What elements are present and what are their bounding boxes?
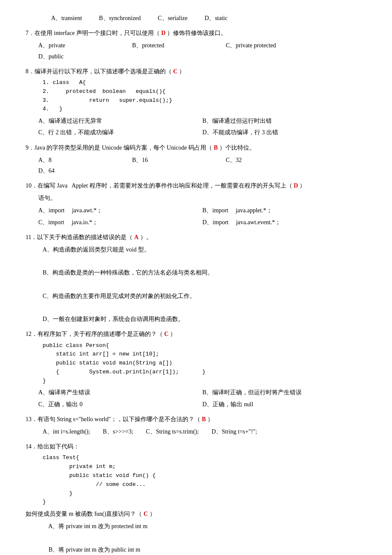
- q14-answer: C: [144, 511, 148, 517]
- q10-option-b: B、import java.applet.*；: [202, 205, 366, 216]
- question-8: 8．编译并运行以下程序，以下描述哪个选项是正确的（ C ） 1. class A…: [26, 66, 366, 138]
- option-a: A、transient: [51, 13, 82, 23]
- q12-option-d: D、正确，输出 null: [202, 399, 366, 410]
- q14-question2: 如何使成员变量 m 被函数 fun()直接访问？（ C ）: [26, 509, 366, 519]
- q8-code-line4: 4. }: [43, 105, 366, 114]
- q8-option-d: D、不能成功编译，行 3 出错: [202, 127, 366, 138]
- q13-title: 13．有语句 String s="hello world"；，以下操作哪个是不合…: [26, 414, 366, 425]
- q14-code-line2: private int m;: [43, 462, 366, 471]
- q8-answer: C: [173, 68, 178, 75]
- q14-code-line6: }: [43, 498, 366, 507]
- q7-option-c: C、private protected: [226, 40, 303, 51]
- q14-code-line3: public static void fun() {: [43, 471, 366, 480]
- q8-code-line3: 3. return super.equals();}: [43, 96, 366, 105]
- q11-option-d: [43, 302, 366, 313]
- q8-options: A、编译通过运行无异常 B、编译通过但运行时出错 C、行 2 出错，不能成功编译…: [38, 116, 366, 138]
- question-10: 10．在编写 Java Applet 程序时，若需要对发生的事件作出响应和处理，…: [26, 180, 366, 228]
- q10-answer: D: [294, 182, 298, 189]
- q12-code-line5: }: [43, 377, 366, 386]
- q14-text2: 如何使成员变量 m 被函数 fun()直接访问？（ C ）: [26, 511, 156, 517]
- option-c: C、serialize: [158, 13, 187, 23]
- q10-title: 10．在编写 Java Applet 程序时，若需要对发生的事件作出响应和处理，…: [26, 180, 366, 191]
- q8-title: 8．编译并运行以下程序，以下描述哪个选项是正确的（ C ）: [26, 66, 366, 77]
- q7-title: 7．在使用 interface 声明一个接口时，只可以使用（ D ）修饰符修饰该…: [26, 28, 366, 38]
- q11-title: 11．以下关于构造函数的描述错误的是（ A ）。: [26, 232, 366, 243]
- q12-option-c: C、正确，输出 0: [38, 399, 202, 410]
- q12-code: public class Person{ static int arr[] = …: [43, 341, 366, 386]
- q9-option-c: C、32: [226, 155, 303, 165]
- q9-option-d: D、64: [38, 165, 115, 176]
- q9-option-b: B、16: [132, 155, 209, 165]
- q7-text: 7．在使用 interface 声明一个接口时，只可以使用（ D ）修饰符修饰该…: [26, 30, 227, 36]
- q14-code-line5: }: [43, 489, 366, 498]
- q11-options: A、构造函数的返回类型只能是 void 型。 B、构造函数是类的一种特殊函数，它…: [43, 244, 366, 324]
- q13-option-b: B、s>>>=3;: [103, 426, 133, 437]
- q8-option-a: A、编译通过运行无异常: [38, 116, 202, 126]
- question-13: 13．有语句 String s="hello world"；，以下操作哪个是不合…: [26, 414, 366, 437]
- q7-option-b: B、protected: [132, 40, 209, 51]
- q10-option-c: C、import java.io.*；: [38, 217, 202, 228]
- q10-options: A、import java.awt.*； B、import java.apple…: [38, 205, 366, 227]
- q13-text: 13．有语句 String s="hello world"；，以下操作哪个是不合…: [26, 416, 213, 422]
- question-14: 14．给出如下代码： class Test{ private int m; pu…: [26, 441, 366, 555]
- q7-answer: D: [161, 30, 165, 36]
- question-9: 9．Java 的字符类型采用的是 Unicode 编码方案，每个 Unicode…: [26, 142, 366, 176]
- q11-option-d-text: D、一般在创建新对象时，系统会自动调用构造函数。: [43, 314, 366, 324]
- q11-text: 11．以下关于构造函数的描述错误的是（ A ）。: [26, 234, 152, 240]
- q12-code-line3: public static void main(String a[]): [43, 359, 366, 368]
- q9-options: A、8 B、16 C、32 D、64: [38, 155, 366, 176]
- question-12: 12．有程序如下，关于程序的描述哪个是正确的？（ C ） public clas…: [26, 329, 366, 410]
- prev-options: A、transient B、synchronized C、serialize D…: [26, 13, 366, 23]
- option-b: B、synchronized: [99, 13, 141, 23]
- q14-options: A、将 private int m 改为 protected int m B、将…: [43, 521, 366, 555]
- q14-title: 14．给出如下代码：: [26, 441, 366, 452]
- q7-option-d: D、public: [38, 51, 115, 62]
- q8-code-line1: 1. class A{: [43, 78, 366, 87]
- q11-option-c-text: C、构造函数的主要作用是完成对类的对象的初始化工作。: [43, 291, 366, 301]
- q12-options: A、编译将产生错误 B、编译时正确，但运行时将产生错误 C、正确，输出 0 D、…: [38, 387, 366, 409]
- option-d: D、static: [205, 13, 228, 23]
- q8-option-c: C、行 2 出错，不能成功编译: [38, 127, 202, 138]
- q9-title: 9．Java 的字符类型采用的是 Unicode 编码方案，每个 Unicode…: [26, 142, 366, 153]
- q14-option-a: A、将 private int m 改为 protected int m: [43, 521, 366, 532]
- q10-option-d: D、import java.awt.event.*；: [202, 217, 366, 228]
- q12-option-a: A、编译将产生错误: [38, 387, 202, 398]
- q12-code-line2: static int arr[] = new int[10];: [43, 350, 366, 359]
- q8-text: 8．编译并运行以下程序，以下描述哪个选项是正确的（ C ）: [26, 68, 185, 75]
- q12-answer: C: [164, 331, 169, 337]
- q8-code-line2: 2. protected boolean equals(){: [43, 87, 366, 96]
- q9-option-a: A、8: [38, 155, 115, 165]
- q12-code-line4: { System.out.println(arr[1]); }: [43, 368, 366, 377]
- question-7: 7．在使用 interface 声明一个接口时，只可以使用（ D ）修饰符修饰该…: [26, 28, 366, 62]
- q12-text: 12．有程序如下，关于程序的描述哪个是正确的？（ C ）: [26, 331, 176, 337]
- q8-option-b: B、编译通过但运行时出错: [202, 116, 366, 126]
- q12-title: 12．有程序如下，关于程序的描述哪个是正确的？（ C ）: [26, 329, 366, 339]
- q11-option-b-text: B、构造函数是类的一种特殊函数，它的方法名必须与类名相同。: [43, 267, 366, 278]
- q13-options: A、int i=s.length(); B、s>>>=3; C、String t…: [43, 426, 366, 437]
- q14-code-line1: class Test{: [43, 454, 366, 462]
- q13-answer: B: [202, 416, 206, 422]
- q13-option-a: A、int i=s.length();: [43, 426, 90, 437]
- q10-text2: 语句。: [38, 193, 366, 203]
- q14-option-b: [43, 533, 366, 543]
- q8-code: 1. class A{ 2. protected boolean equals(…: [43, 78, 366, 114]
- q7-options: A、private B、protected C、private protecte…: [38, 40, 366, 61]
- q11-option-c: [43, 279, 366, 290]
- q11-option-a: A、构造函数的返回类型只能是 void 型。: [43, 244, 366, 255]
- q9-text: 9．Java 的字符类型采用的是 Unicode 编码方案，每个 Unicode…: [26, 145, 255, 151]
- question-11: 11．以下关于构造函数的描述错误的是（ A ）。 A、构造函数的返回类型只能是 …: [26, 232, 366, 325]
- q10-text: 10．在编写 Java Applet 程序时，若需要对发生的事件作出响应和处理，…: [26, 182, 306, 189]
- q11-answer: A: [134, 234, 138, 240]
- q10-option-a: A、import java.awt.*；: [38, 205, 202, 216]
- q12-code-line1: public class Person{: [43, 341, 366, 350]
- q13-option-c: C、String ts=s.trim();: [146, 426, 199, 437]
- q14-code-line4: // some code...: [43, 480, 366, 489]
- q13-option-d: D、String t=s+"!";: [211, 426, 257, 437]
- q12-option-b: B、编译时正确，但运行时将产生错误: [202, 387, 366, 398]
- q14-text: 14．给出如下代码：: [26, 443, 79, 450]
- q9-answer: B: [214, 145, 218, 151]
- q11-option-b: [43, 256, 366, 266]
- q14-code: class Test{ private int m; public static…: [43, 454, 366, 507]
- q7-option-a: A、private: [38, 40, 115, 51]
- q14-option-b-text: B、将 private int m 改为 public int m: [43, 544, 366, 555]
